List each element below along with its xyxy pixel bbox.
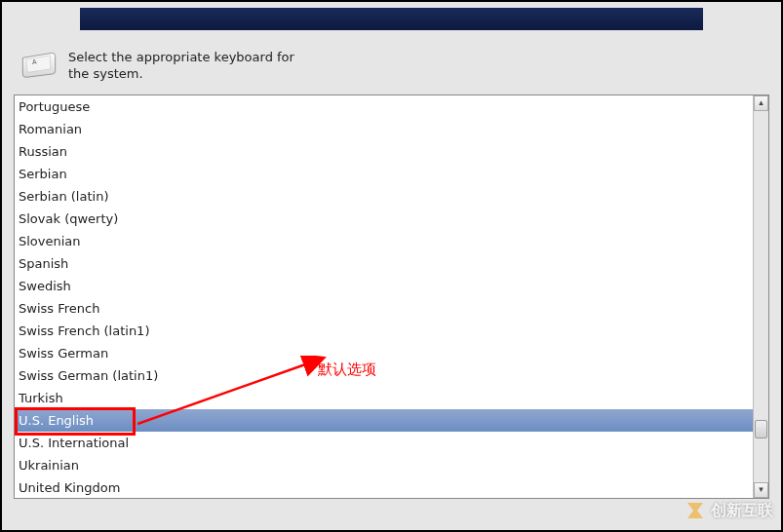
list-item[interactable]: Swedish	[15, 275, 753, 297]
list-item[interactable]: Slovenian	[15, 230, 753, 252]
keyboard-key-icon: A	[20, 50, 59, 79]
keyboard-listbox[interactable]: PortugueseRomanianRussianSerbianSerbian …	[15, 95, 753, 498]
list-item[interactable]: Swiss French (latin1)	[15, 320, 753, 342]
list-item[interactable]: United Kingdom	[15, 476, 753, 498]
list-item[interactable]: Swiss German (latin1)	[15, 364, 753, 387]
watermark: 创新互联	[684, 499, 773, 522]
scroll-thumb[interactable]	[755, 420, 767, 438]
list-item[interactable]: Ukrainian	[15, 454, 753, 476]
list-item[interactable]: Swiss German	[15, 342, 753, 364]
instruction-text: Select the appropriate keyboard for the …	[68, 50, 294, 83]
list-item[interactable]: Spanish	[15, 252, 753, 275]
list-item[interactable]: Slovak (qwerty)	[15, 208, 753, 230]
list-item[interactable]: U.S. English	[15, 409, 753, 432]
list-item[interactable]: Serbian	[15, 163, 753, 185]
scrollbar[interactable]: ▴ ▾	[753, 95, 768, 498]
scroll-up-button[interactable]: ▴	[754, 95, 768, 111]
list-item[interactable]: Portuguese	[15, 95, 753, 118]
list-item[interactable]: Romanian	[15, 118, 753, 140]
watermark-text: 创新互联	[711, 501, 773, 521]
instruction-line2: the system.	[68, 66, 143, 81]
list-item[interactable]: Turkish	[15, 387, 753, 409]
list-item[interactable]: U.S. International	[15, 432, 753, 454]
list-item[interactable]: Serbian (latin)	[15, 185, 753, 208]
instruction-line1: Select the appropriate keyboard for	[68, 50, 294, 64]
watermark-logo-icon	[684, 499, 707, 522]
list-item[interactable]: Swiss French	[15, 297, 753, 320]
instruction-row: A Select the appropriate keyboard for th…	[20, 50, 781, 83]
scroll-down-button[interactable]: ▾	[754, 482, 768, 498]
list-item[interactable]: Russian	[15, 140, 753, 163]
keyboard-listbox-wrap: PortugueseRomanianRussianSerbianSerbian …	[14, 95, 769, 499]
title-bar	[80, 8, 703, 30]
